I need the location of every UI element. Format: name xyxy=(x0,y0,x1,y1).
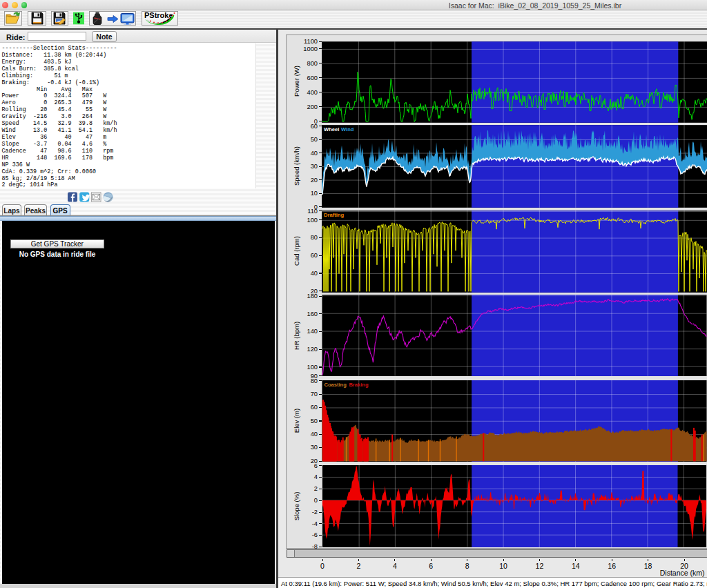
svg-text:Wind: Wind xyxy=(341,126,354,132)
svg-text:Wheel: Wheel xyxy=(324,126,339,132)
svg-text:Coasting: Coasting xyxy=(324,381,347,387)
svg-text:PStroke: PStroke xyxy=(144,11,173,19)
svg-text:Braking: Braking xyxy=(349,381,369,387)
svg-text:Drafting: Drafting xyxy=(324,212,344,218)
